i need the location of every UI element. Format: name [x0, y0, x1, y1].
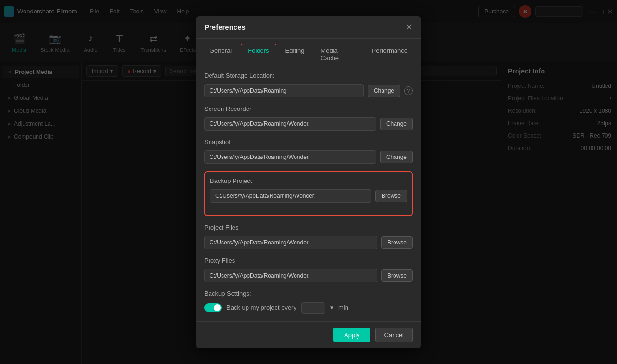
modal-header: Preferences ✕	[196, 16, 421, 39]
backup-project-path: C:/Users/fy/AppData/Roaming/Wonder:	[210, 189, 371, 203]
proxy-files-label: Proxy Files	[204, 257, 413, 264]
snapshot-path: C:/Users/fy/AppData/Roaming/Wonder:	[204, 150, 376, 164]
screen-recorder-row: C:/Users/fy/AppData/Roaming/Wonder: Chan…	[204, 117, 413, 131]
modal-overlay[interactable]: Preferences ✕ General Folders Editing Me…	[0, 0, 617, 364]
modal-tabs: General Folders Editing Media Cache Perf…	[196, 39, 421, 64]
backup-settings-section: Backup Settings: Back up my project ever…	[204, 290, 413, 314]
modal-footer: Apply Cancel	[196, 321, 421, 348]
modal-title: Preferences	[204, 23, 246, 31]
apply-button[interactable]: Apply	[333, 328, 370, 342]
preferences-modal: Preferences ✕ General Folders Editing Me…	[196, 16, 421, 348]
snapshot-row: C:/Users/fy/AppData/Roaming/Wonder: Chan…	[204, 150, 413, 164]
default-storage-path: C:/Users/fy/AppData/Roaming	[204, 84, 364, 97]
snapshot-section: Snapshot C:/Users/fy/AppData/Roaming/Won…	[204, 138, 413, 164]
backup-unit-label: min	[338, 304, 348, 311]
snapshot-label: Snapshot	[204, 138, 413, 146]
default-storage-row: C:/Users/fy/AppData/Roaming Change ?	[204, 84, 413, 97]
cancel-button[interactable]: Cancel	[375, 328, 413, 342]
screen-recorder-section: Screen Recorder C:/Users/fy/AppData/Roam…	[204, 105, 413, 131]
backup-interval-input[interactable]: 1	[301, 302, 325, 314]
backup-settings-row: Back up my project every 1 ▾ min	[204, 302, 413, 314]
tab-media-cache[interactable]: Media Cache	[313, 44, 362, 64]
tab-general[interactable]: General	[202, 44, 239, 64]
tab-folders[interactable]: Folders	[241, 44, 276, 64]
backup-settings-label: Backup Settings:	[204, 290, 413, 297]
modal-body: Default Storage Location: C:/Users/fy/Ap…	[196, 64, 421, 321]
screen-recorder-change-button[interactable]: Change	[380, 118, 413, 130]
project-files-label: Project Files	[204, 224, 413, 231]
tab-editing[interactable]: Editing	[278, 44, 312, 64]
project-files-path: C:/Users/fy/AppData/Roaming/Wonder:	[204, 236, 377, 249]
project-files-browse-button[interactable]: Browse	[381, 236, 413, 249]
modal-close-button[interactable]: ✕	[406, 23, 413, 32]
screen-recorder-label: Screen Recorder	[204, 105, 413, 112]
snapshot-change-button[interactable]: Change	[380, 151, 413, 163]
default-storage-label: Default Storage Location:	[204, 72, 413, 79]
backup-project-browse-button[interactable]: Browse	[375, 190, 407, 202]
project-files-row: C:/Users/fy/AppData/Roaming/Wonder: Brow…	[204, 236, 413, 249]
backup-toggle-label: Back up my project every	[226, 304, 296, 311]
tab-performance[interactable]: Performance	[365, 44, 415, 64]
backup-project-row: C:/Users/fy/AppData/Roaming/Wonder: Brow…	[210, 189, 407, 203]
backup-toggle[interactable]	[204, 303, 222, 312]
proxy-files-row: C:/Users/fy/AppData/Roaming/Wonder: Brow…	[204, 269, 413, 282]
backup-interval-chevron: ▾	[330, 304, 333, 311]
default-storage-change-button[interactable]: Change	[368, 85, 400, 97]
backup-project-section: Backup Project C:/Users/fy/AppData/Roami…	[204, 171, 413, 216]
proxy-files-path: C:/Users/fy/AppData/Roaming/Wonder:	[204, 269, 377, 282]
backup-project-label: Backup Project	[210, 177, 407, 184]
help-icon[interactable]: ?	[404, 86, 413, 95]
screen-recorder-path: C:/Users/fy/AppData/Roaming/Wonder:	[204, 117, 376, 131]
toggle-knob	[214, 304, 221, 311]
proxy-files-browse-button[interactable]: Browse	[381, 269, 413, 282]
default-storage-section: Default Storage Location: C:/Users/fy/Ap…	[204, 72, 413, 97]
proxy-files-section: Proxy Files C:/Users/fy/AppData/Roaming/…	[204, 257, 413, 282]
project-files-section: Project Files C:/Users/fy/AppData/Roamin…	[204, 224, 413, 249]
